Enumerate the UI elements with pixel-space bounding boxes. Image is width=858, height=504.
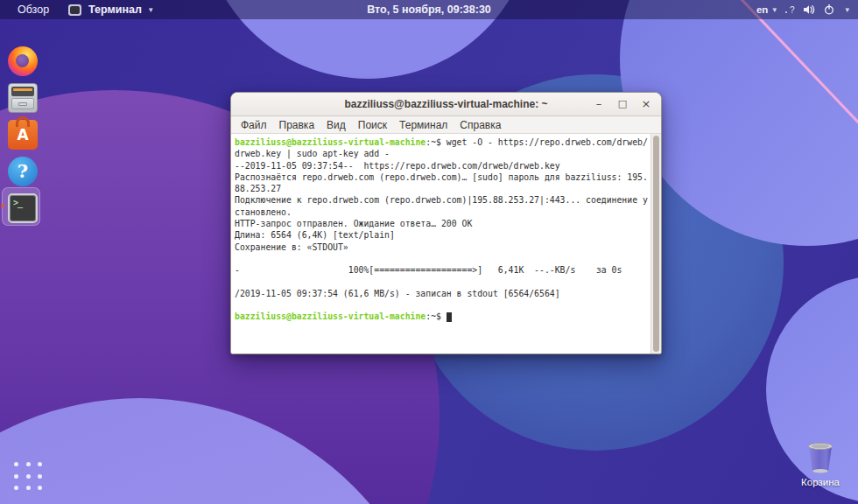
close-button[interactable]: ×: [640, 98, 652, 110]
minimize-button[interactable]: –: [593, 98, 605, 110]
app-menu-button[interactable]: Терминал: [88, 4, 142, 16]
window-titlebar[interactable]: bazziliuss@bazziliuss-virtual-machine: ~…: [231, 93, 661, 116]
menu-help[interactable]: Справка: [454, 119, 507, 131]
help-icon: ?: [18, 160, 28, 182]
dock-item-ubuntu-software[interactable]: A: [8, 120, 38, 150]
trash-label: Корзина: [792, 477, 848, 487]
terminal-pane[interactable]: bazziliuss@bazziliuss-virtual-machine:~$…: [231, 134, 661, 354]
menu-file[interactable]: Файл: [235, 119, 273, 131]
window-controls: – □ ×: [593, 93, 652, 116]
dock-running-indicator: [1, 204, 4, 207]
system-menu-chevron-down-icon[interactable]: ▾: [845, 5, 849, 14]
keyboard-layout-label: en: [756, 4, 768, 15]
files-icon-folder-strip: [13, 88, 32, 91]
network-status-icon[interactable]: ?: [785, 5, 795, 15]
terminal-icon: >_: [13, 198, 22, 207]
trash-icon: [803, 440, 838, 475]
desktop: A ? >_ Корзина: [0, 0, 858, 504]
menu-edit[interactable]: Правка: [273, 119, 321, 131]
clock-button[interactable]: Вто, 5 ноября, 09:38:30: [367, 4, 491, 16]
window-menubar: Файл Правка Вид Поиск Терминал Справка: [231, 116, 661, 134]
dock-item-help[interactable]: ?: [8, 157, 38, 186]
maximize-button[interactable]: □: [616, 98, 629, 110]
keyboard-chevron-down-icon: ▾: [772, 5, 777, 14]
menu-search[interactable]: Поиск: [352, 119, 393, 131]
terminal-window: bazziliuss@bazziliuss-virtual-machine: ~…: [230, 92, 662, 354]
keyboard-layout-button[interactable]: en ▾: [756, 4, 777, 15]
dock: A ? >_: [0, 19, 46, 49]
volume-icon[interactable]: [803, 4, 815, 15]
window-title: bazziliuss@bazziliuss-virtual-machine: ~: [344, 98, 547, 110]
menu-view[interactable]: Вид: [320, 119, 352, 131]
terminal-output[interactable]: bazziliuss@bazziliuss-virtual-machine:~$…: [235, 136, 649, 323]
app-grid-icon: [14, 462, 18, 466]
top-bar-left: Обзор Терминал ▾: [0, 4, 152, 16]
dock-item-firefox[interactable]: [8, 46, 38, 76]
software-letter: A: [8, 126, 38, 144]
status-area: en ▾ ? ▾: [756, 4, 858, 15]
app-menu-chevron-down-icon: ▾: [149, 5, 153, 14]
dock-item-terminal[interactable]: >_: [8, 193, 38, 223]
show-applications-button[interactable]: [14, 462, 44, 492]
power-icon[interactable]: [824, 4, 834, 15]
trash-shortcut[interactable]: Корзина: [792, 440, 848, 487]
app-menu-terminal-icon: [68, 4, 81, 16]
top-bar: Обзор Терминал ▾ Вто, 5 ноября, 09:38:30…: [0, 0, 858, 19]
activities-button[interactable]: Обзор: [12, 4, 54, 16]
terminal-scrollbar-thumb[interactable]: [653, 136, 659, 352]
dock-item-files[interactable]: [8, 83, 38, 113]
menu-terminal[interactable]: Терминал: [393, 119, 454, 131]
terminal-scrollbar: [651, 134, 661, 354]
files-icon-handle: [18, 102, 27, 106]
